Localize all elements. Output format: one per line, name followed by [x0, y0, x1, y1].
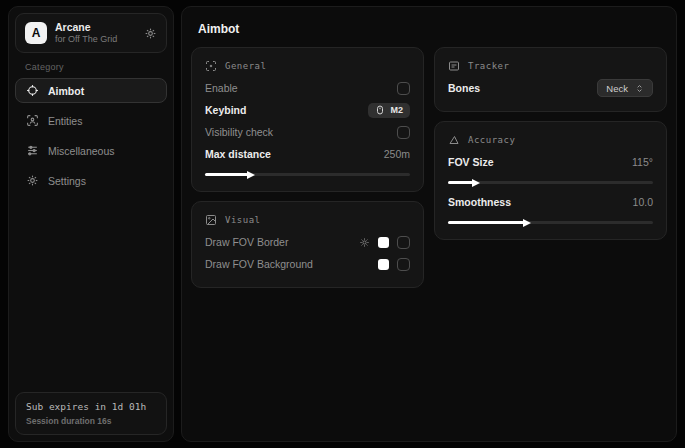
visual-card-header: Visual — [205, 214, 410, 226]
app-logo: A — [25, 22, 47, 44]
scan-icon — [205, 60, 217, 72]
bones-label: Bones — [448, 82, 480, 94]
fov-border-checkbox[interactable] — [397, 236, 410, 249]
sub-expiry-text: Sub expires in 1d 01h — [26, 401, 156, 412]
keybind-button[interactable]: M2 — [368, 103, 410, 118]
fov-border-color-swatch[interactable] — [378, 237, 389, 248]
miscellaneous-icon — [26, 144, 39, 157]
fov-background-color-swatch[interactable] — [378, 259, 389, 270]
page-title: Aimbot — [182, 7, 676, 47]
chevrons-up-down-icon — [635, 84, 644, 93]
tracker-card: Tracker Bones Neck — [434, 47, 667, 112]
section-title: Visual — [225, 215, 261, 225]
max-distance-value: 250m — [384, 148, 410, 160]
visibility-check-label: Visibility check — [205, 126, 273, 138]
sidebar-item-miscellaneous[interactable]: Miscellaneous — [15, 138, 167, 163]
fov-size-row: FOV Size 115° — [448, 151, 653, 173]
brand-text: Arcane for Off The Grid — [55, 21, 136, 45]
app-name: Arcane — [55, 21, 136, 34]
gear-icon[interactable] — [144, 27, 157, 40]
enable-checkbox[interactable] — [397, 82, 410, 95]
slider-thumb[interactable] — [472, 179, 480, 187]
bones-selected-value: Neck — [606, 83, 628, 94]
brand-card: A Arcane for Off The Grid — [15, 13, 167, 53]
section-title: Tracker — [468, 61, 509, 71]
max-distance-label: Max distance — [205, 148, 271, 160]
keybind-value: M2 — [390, 105, 403, 115]
settings-gear-icon — [26, 174, 39, 187]
sidebar-item-aimbot[interactable]: Aimbot — [15, 78, 167, 103]
accuracy-card-header: Accuracy — [448, 134, 653, 146]
visual-card: Visual Draw FOV Border — [191, 201, 424, 288]
slider-fill — [448, 221, 524, 224]
max-distance-row: Max distance 250m — [205, 143, 410, 165]
fov-background-label: Draw FOV Background — [205, 258, 313, 270]
angle-icon — [448, 134, 460, 146]
fov-border-label: Draw FOV Border — [205, 236, 288, 248]
fov-background-checkbox[interactable] — [397, 258, 410, 271]
sidebar-item-label: Miscellaneous — [48, 145, 115, 157]
visibility-checkbox[interactable] — [397, 126, 410, 139]
fov-size-value: 115° — [632, 156, 653, 168]
mouse-icon — [375, 105, 385, 115]
sidebar-item-label: Entities — [48, 115, 82, 127]
bones-select[interactable]: Neck — [597, 79, 653, 97]
session-duration-text: Session duration 16s — [26, 416, 156, 426]
accuracy-card: Accuracy FOV Size 115° Smoothness 10.0 — [434, 121, 667, 240]
main-panel: Aimbot General Enable Keybind — [181, 6, 677, 442]
entities-icon — [26, 114, 39, 127]
fov-size-slider[interactable] — [448, 181, 653, 184]
sidebar-item-settings[interactable]: Settings — [15, 168, 167, 193]
smoothness-label: Smoothness — [448, 196, 511, 208]
sidebar-item-label: Settings — [48, 175, 86, 187]
tracker-icon — [448, 60, 460, 72]
slider-fill — [448, 181, 473, 184]
category-label: Category — [25, 62, 157, 72]
fov-background-row: Draw FOV Background — [205, 253, 410, 275]
image-icon — [205, 214, 217, 226]
fov-border-gear-icon[interactable] — [359, 237, 370, 248]
tracker-card-header: Tracker — [448, 60, 653, 72]
crosshair-icon — [26, 84, 39, 97]
app-subtitle: for Off The Grid — [55, 34, 136, 45]
sidebar-item-label: Aimbot — [48, 85, 84, 97]
enable-label: Enable — [205, 82, 238, 94]
slider-thumb[interactable] — [247, 171, 255, 179]
fov-border-row: Draw FOV Border — [205, 231, 410, 253]
sidebar: A Arcane for Off The Grid Category Aimbo… — [8, 6, 174, 442]
bones-row: Bones Neck — [448, 77, 653, 99]
slider-thumb[interactable] — [523, 219, 531, 227]
smoothness-slider[interactable] — [448, 221, 653, 224]
visibility-check-row: Visibility check — [205, 121, 410, 143]
subscription-card: Sub expires in 1d 01h Session duration 1… — [15, 392, 167, 435]
smoothness-value: 10.0 — [633, 196, 653, 208]
sidebar-item-entities[interactable]: Entities — [15, 108, 167, 133]
fov-size-label: FOV Size — [448, 156, 494, 168]
keybind-label: Keybind — [205, 104, 246, 116]
section-title: General — [225, 61, 266, 71]
smoothness-row: Smoothness 10.0 — [448, 191, 653, 213]
enable-row: Enable — [205, 77, 410, 99]
slider-fill — [205, 173, 248, 176]
general-card: General Enable Keybind M2 — [191, 47, 424, 192]
max-distance-slider[interactable] — [205, 173, 410, 176]
general-card-header: General — [205, 60, 410, 72]
section-title: Accuracy — [468, 135, 515, 145]
keybind-row: Keybind M2 — [205, 99, 410, 121]
